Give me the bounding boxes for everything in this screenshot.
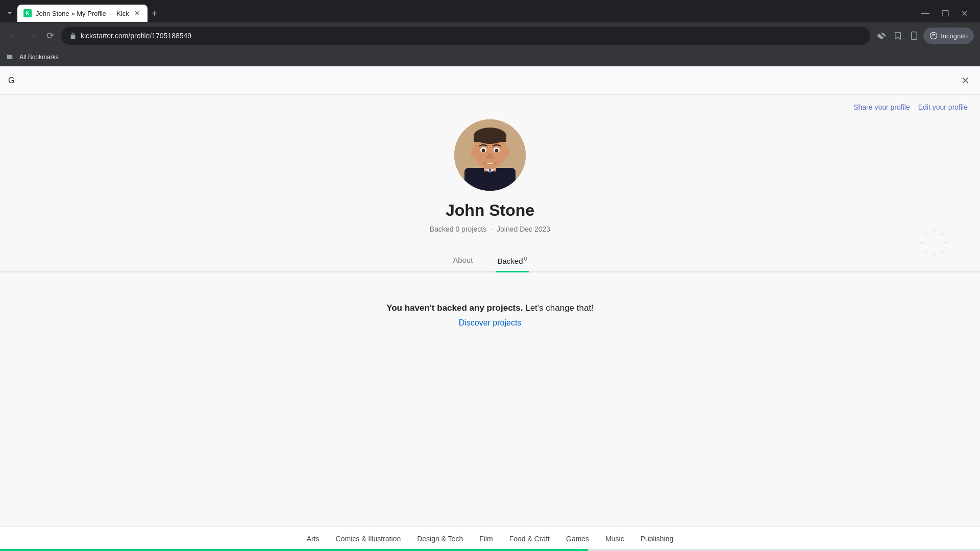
- find-bar: ✕: [0, 66, 980, 95]
- page-content: Share your profile Edit your profile: [0, 95, 980, 551]
- browser-toolbar: ← → ⟳ kickstarter.com/profile/1705188549: [0, 22, 980, 49]
- back-button[interactable]: ←: [6, 29, 20, 43]
- bookmarks-bar: All Bookmarks: [0, 49, 980, 66]
- backed-content: You haven't backed any projects. Let's c…: [374, 272, 606, 358]
- profile-actions: Share your profile Edit your profile: [853, 103, 968, 111]
- svg-rect-17: [474, 134, 506, 142]
- footer-link-food[interactable]: Food & Craft: [509, 535, 550, 543]
- search-input[interactable]: [8, 76, 955, 85]
- footer-link-design[interactable]: Design & Tech: [417, 535, 463, 543]
- new-tab-button[interactable]: +: [150, 6, 160, 21]
- footer-link-film[interactable]: Film: [479, 535, 493, 543]
- tab-favicon: K: [23, 9, 32, 17]
- meta-separator: ·: [491, 225, 493, 233]
- tab-bar: K John Stone » My Profile — Kick ✕ + — ❐…: [0, 0, 980, 22]
- tab-backed[interactable]: Backed0: [496, 249, 529, 271]
- svg-line-7: [924, 249, 927, 253]
- window-controls: — ❐ ✕: [917, 7, 976, 20]
- svg-line-5: [941, 249, 944, 253]
- svg-line-9: [924, 233, 927, 236]
- edit-profile-link[interactable]: Edit your profile: [918, 103, 968, 111]
- incognito-button[interactable]: Incognito: [923, 28, 974, 44]
- profile-meta: Backed 0 projects · Joined Dec 2023: [430, 225, 550, 233]
- incognito-label: Incognito: [941, 32, 968, 40]
- minimize-button[interactable]: —: [917, 7, 934, 20]
- address-bar[interactable]: kickstarter.com/profile/1705188549: [61, 27, 870, 45]
- footer-link-music[interactable]: Music: [605, 535, 624, 543]
- footer-nav: Arts Comics & Illustration Design & Tech…: [0, 526, 980, 551]
- footer-link-comics[interactable]: Comics & Illustration: [336, 535, 401, 543]
- close-button[interactable]: ✕: [957, 7, 972, 20]
- lock-icon: [69, 32, 77, 39]
- svg-point-21: [495, 149, 499, 153]
- backed-count-label: Backed 0 projects: [430, 225, 486, 233]
- svg-line-3: [941, 233, 944, 236]
- spinner-decoration: [919, 228, 949, 260]
- search-close-button[interactable]: ✕: [959, 72, 972, 89]
- bookmark-icon[interactable]: [891, 29, 905, 43]
- eye-slash-icon[interactable]: [874, 29, 889, 43]
- bookmarks-folder-icon: [6, 54, 13, 61]
- all-bookmarks-link[interactable]: All Bookmarks: [15, 52, 63, 63]
- active-tab[interactable]: K John Stone » My Profile — Kick ✕: [17, 5, 148, 22]
- restore-button[interactable]: ❐: [938, 7, 953, 20]
- page-load-bar: [0, 549, 980, 551]
- footer-link-arts[interactable]: Arts: [307, 535, 320, 543]
- forward-button[interactable]: →: [24, 29, 39, 43]
- device-icon[interactable]: [907, 29, 921, 43]
- profile-section: John Stone Backed 0 projects · Joined De…: [0, 95, 980, 374]
- profile-tabs: About Backed0: [0, 249, 980, 272]
- share-profile-link[interactable]: Share your profile: [853, 103, 910, 111]
- backed-badge: 0: [524, 256, 527, 262]
- tab-close-button[interactable]: ✕: [133, 9, 141, 17]
- reload-button[interactable]: ⟳: [43, 29, 57, 43]
- avatar: [454, 119, 526, 191]
- tab-title: John Stone » My Profile — Kick: [36, 10, 129, 17]
- empty-backed-text: You haven't backed any projects. Let's c…: [386, 303, 594, 313]
- discover-projects-link[interactable]: Discover projects: [459, 318, 522, 328]
- joined-label: Joined Dec 2023: [497, 225, 550, 233]
- incognito-icon: [929, 32, 938, 40]
- svg-point-22: [471, 148, 477, 157]
- svg-point-23: [503, 148, 509, 157]
- footer-link-games[interactable]: Games: [566, 535, 589, 543]
- toolbar-actions: Incognito: [874, 28, 974, 44]
- svg-point-20: [482, 149, 485, 153]
- tab-dropdown[interactable]: [4, 8, 15, 19]
- tab-about[interactable]: About: [451, 249, 475, 271]
- profile-name: John Stone: [446, 201, 534, 220]
- url-text: kickstarter.com/profile/1705188549: [81, 32, 191, 40]
- footer-link-publishing[interactable]: Publishing: [641, 535, 674, 543]
